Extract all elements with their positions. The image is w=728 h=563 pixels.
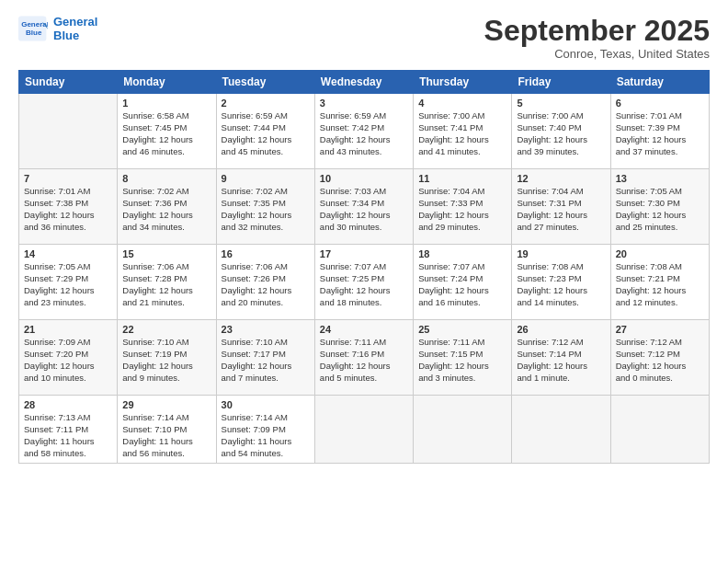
day-number: 9 bbox=[222, 173, 310, 184]
svg-text:Blue: Blue bbox=[26, 29, 42, 37]
table-row: 28Sunrise: 7:13 AMSunset: 7:11 PMDayligh… bbox=[19, 396, 118, 464]
day-number: 29 bbox=[122, 399, 210, 410]
day-info: Sunrise: 7:10 AMSunset: 7:17 PMDaylight:… bbox=[222, 337, 310, 384]
day-info: Sunrise: 7:13 AMSunset: 7:11 PMDaylight:… bbox=[24, 412, 112, 459]
day-info: Sunrise: 7:06 AMSunset: 7:28 PMDaylight:… bbox=[122, 261, 210, 308]
day-info: Sunrise: 7:00 AMSunset: 7:41 PMDaylight:… bbox=[418, 110, 506, 157]
table-row: 7Sunrise: 7:01 AMSunset: 7:38 PMDaylight… bbox=[19, 169, 118, 245]
day-info: Sunrise: 6:59 AMSunset: 7:44 PMDaylight:… bbox=[222, 110, 310, 157]
table-row: 18Sunrise: 7:07 AMSunset: 7:24 PMDayligh… bbox=[414, 245, 512, 320]
day-number: 2 bbox=[222, 98, 310, 109]
header-wednesday: Wednesday bbox=[314, 71, 413, 94]
table-row: 19Sunrise: 7:08 AMSunset: 7:23 PMDayligh… bbox=[512, 245, 610, 320]
logo-line1: General bbox=[53, 15, 97, 29]
day-number: 11 bbox=[418, 173, 506, 184]
table-row bbox=[314, 396, 413, 464]
calendar-header-row: Sunday Monday Tuesday Wednesday Thursday… bbox=[19, 71, 710, 94]
day-info: Sunrise: 7:08 AMSunset: 7:21 PMDaylight:… bbox=[616, 261, 704, 308]
day-number: 5 bbox=[517, 98, 605, 109]
day-number: 3 bbox=[320, 98, 408, 109]
table-row: 10Sunrise: 7:03 AMSunset: 7:34 PMDayligh… bbox=[314, 169, 413, 245]
day-number: 12 bbox=[517, 173, 605, 184]
day-number: 4 bbox=[418, 98, 506, 109]
table-row: 5Sunrise: 7:00 AMSunset: 7:40 PMDaylight… bbox=[512, 94, 610, 169]
header-saturday: Saturday bbox=[610, 71, 709, 94]
day-number: 18 bbox=[418, 248, 506, 259]
table-row: 30Sunrise: 7:14 AMSunset: 7:09 PMDayligh… bbox=[216, 396, 314, 464]
day-number: 8 bbox=[122, 173, 210, 184]
day-info: Sunrise: 7:08 AMSunset: 7:23 PMDaylight:… bbox=[517, 261, 605, 308]
day-info: Sunrise: 7:12 AMSunset: 7:14 PMDaylight:… bbox=[517, 337, 605, 384]
day-info: Sunrise: 7:12 AMSunset: 7:12 PMDaylight:… bbox=[616, 337, 704, 384]
header-thursday: Thursday bbox=[414, 71, 512, 94]
table-row: 6Sunrise: 7:01 AMSunset: 7:39 PMDaylight… bbox=[610, 94, 709, 169]
day-number: 13 bbox=[616, 173, 704, 184]
day-info: Sunrise: 7:00 AMSunset: 7:40 PMDaylight:… bbox=[517, 110, 605, 157]
location-subtitle: Conroe, Texas, United States bbox=[484, 47, 710, 61]
day-info: Sunrise: 7:14 AMSunset: 7:09 PMDaylight:… bbox=[222, 412, 310, 459]
day-number: 22 bbox=[122, 324, 210, 335]
day-info: Sunrise: 7:07 AMSunset: 7:25 PMDaylight:… bbox=[320, 261, 408, 308]
day-info: Sunrise: 7:06 AMSunset: 7:26 PMDaylight:… bbox=[222, 261, 310, 308]
table-row: 17Sunrise: 7:07 AMSunset: 7:25 PMDayligh… bbox=[314, 245, 413, 320]
table-row: 29Sunrise: 7:14 AMSunset: 7:10 PMDayligh… bbox=[118, 396, 216, 464]
day-number: 28 bbox=[24, 399, 112, 410]
table-row: 21Sunrise: 7:09 AMSunset: 7:20 PMDayligh… bbox=[19, 320, 118, 396]
title-block: September 2025 Conroe, Texas, United Sta… bbox=[484, 15, 710, 61]
day-info: Sunrise: 7:03 AMSunset: 7:34 PMDaylight:… bbox=[320, 186, 408, 233]
table-row bbox=[19, 94, 118, 169]
table-row: 3Sunrise: 6:59 AMSunset: 7:42 PMDaylight… bbox=[314, 94, 413, 169]
table-row: 27Sunrise: 7:12 AMSunset: 7:12 PMDayligh… bbox=[610, 320, 709, 396]
table-row: 9Sunrise: 7:02 AMSunset: 7:35 PMDaylight… bbox=[216, 169, 314, 245]
table-row bbox=[512, 396, 610, 464]
logo-icon: General Blue bbox=[18, 16, 48, 41]
table-row: 2Sunrise: 6:59 AMSunset: 7:44 PMDaylight… bbox=[216, 94, 314, 169]
day-number: 1 bbox=[122, 98, 210, 109]
table-row: 26Sunrise: 7:12 AMSunset: 7:14 PMDayligh… bbox=[512, 320, 610, 396]
day-number: 23 bbox=[222, 324, 310, 335]
day-number: 17 bbox=[320, 248, 408, 259]
table-row: 12Sunrise: 7:04 AMSunset: 7:31 PMDayligh… bbox=[512, 169, 610, 245]
day-number: 20 bbox=[616, 248, 704, 259]
table-row bbox=[610, 396, 709, 464]
day-number: 7 bbox=[24, 173, 112, 184]
day-info: Sunrise: 6:59 AMSunset: 7:42 PMDaylight:… bbox=[320, 110, 408, 157]
day-number: 6 bbox=[616, 98, 704, 109]
table-row: 8Sunrise: 7:02 AMSunset: 7:36 PMDaylight… bbox=[118, 169, 216, 245]
day-info: Sunrise: 7:07 AMSunset: 7:24 PMDaylight:… bbox=[418, 261, 506, 308]
table-row: 24Sunrise: 7:11 AMSunset: 7:16 PMDayligh… bbox=[314, 320, 413, 396]
table-row: 16Sunrise: 7:06 AMSunset: 7:26 PMDayligh… bbox=[216, 245, 314, 320]
table-row bbox=[414, 396, 512, 464]
table-row: 15Sunrise: 7:06 AMSunset: 7:28 PMDayligh… bbox=[118, 245, 216, 320]
day-number: 26 bbox=[517, 324, 605, 335]
header-tuesday: Tuesday bbox=[216, 71, 314, 94]
logo: General Blue General Blue bbox=[18, 15, 97, 42]
table-row: 1Sunrise: 6:58 AMSunset: 7:45 PMDaylight… bbox=[118, 94, 216, 169]
header-friday: Friday bbox=[512, 71, 610, 94]
day-info: Sunrise: 7:04 AMSunset: 7:33 PMDaylight:… bbox=[418, 186, 506, 233]
day-info: Sunrise: 7:11 AMSunset: 7:16 PMDaylight:… bbox=[320, 337, 408, 384]
day-number: 10 bbox=[320, 173, 408, 184]
logo-line2: Blue bbox=[53, 29, 97, 42]
day-number: 30 bbox=[222, 399, 310, 410]
day-info: Sunrise: 7:02 AMSunset: 7:36 PMDaylight:… bbox=[122, 186, 210, 233]
table-row: 11Sunrise: 7:04 AMSunset: 7:33 PMDayligh… bbox=[414, 169, 512, 245]
header-monday: Monday bbox=[118, 71, 216, 94]
day-number: 16 bbox=[222, 248, 310, 259]
table-row: 25Sunrise: 7:11 AMSunset: 7:15 PMDayligh… bbox=[414, 320, 512, 396]
day-info: Sunrise: 7:09 AMSunset: 7:20 PMDaylight:… bbox=[24, 337, 112, 384]
month-title: September 2025 bbox=[484, 15, 710, 47]
day-info: Sunrise: 7:01 AMSunset: 7:39 PMDaylight:… bbox=[616, 110, 704, 157]
table-row: 22Sunrise: 7:10 AMSunset: 7:19 PMDayligh… bbox=[118, 320, 216, 396]
day-number: 25 bbox=[418, 324, 506, 335]
day-info: Sunrise: 7:11 AMSunset: 7:15 PMDaylight:… bbox=[418, 337, 506, 384]
day-number: 24 bbox=[320, 324, 408, 335]
day-number: 14 bbox=[24, 248, 112, 259]
table-row: 20Sunrise: 7:08 AMSunset: 7:21 PMDayligh… bbox=[610, 245, 709, 320]
day-info: Sunrise: 7:10 AMSunset: 7:19 PMDaylight:… bbox=[122, 337, 210, 384]
table-row: 23Sunrise: 7:10 AMSunset: 7:17 PMDayligh… bbox=[216, 320, 314, 396]
day-info: Sunrise: 6:58 AMSunset: 7:45 PMDaylight:… bbox=[122, 110, 210, 157]
day-info: Sunrise: 7:01 AMSunset: 7:38 PMDaylight:… bbox=[24, 186, 112, 233]
day-info: Sunrise: 7:05 AMSunset: 7:29 PMDaylight:… bbox=[24, 261, 112, 308]
day-info: Sunrise: 7:04 AMSunset: 7:31 PMDaylight:… bbox=[517, 186, 605, 233]
